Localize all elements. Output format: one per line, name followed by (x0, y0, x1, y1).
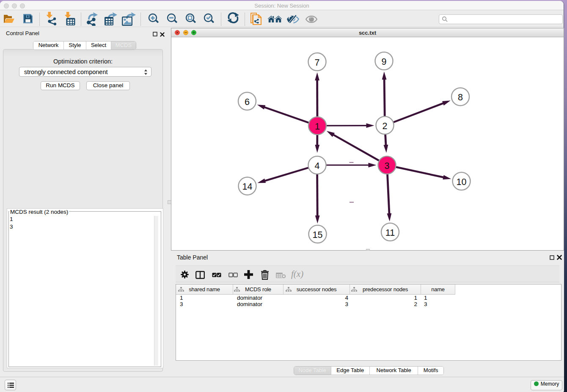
svg-text:14: 14 (242, 182, 253, 192)
svg-text:7: 7 (315, 58, 320, 68)
svg-text:15: 15 (313, 230, 323, 240)
svg-text:2: 2 (383, 121, 388, 131)
svg-text:11: 11 (385, 228, 395, 238)
svg-text:9: 9 (382, 57, 387, 67)
svg-text:3: 3 (385, 161, 390, 171)
svg-text:6: 6 (245, 97, 250, 107)
svg-text:10: 10 (457, 177, 467, 187)
svg-text:4: 4 (315, 161, 320, 171)
svg-text:1: 1 (315, 121, 320, 132)
svg-text:8: 8 (458, 92, 463, 102)
